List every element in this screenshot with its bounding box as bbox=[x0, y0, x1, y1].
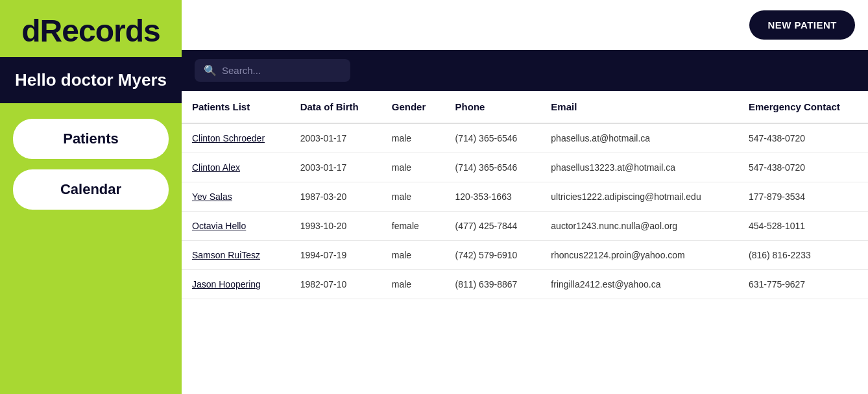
cell-dob: 1994-07-19 bbox=[290, 241, 381, 270]
cell-gender: male bbox=[381, 241, 445, 270]
table-row: Clinton Schroeder2003-01-17male(714) 365… bbox=[182, 123, 868, 153]
cell-email: phasellus13223.at@hotmail.ca bbox=[540, 153, 738, 182]
table-row: Yev Salas1987-03-20male120-353-1663ultri… bbox=[182, 182, 868, 212]
search-container: 🔍 bbox=[195, 59, 350, 82]
cell-email: auctor1243.nunc.nulla@aol.org bbox=[540, 212, 738, 241]
search-bar: 🔍 bbox=[182, 50, 868, 91]
cell-email: phasellus.at@hotmail.ca bbox=[540, 123, 738, 153]
table-row: Octavia Hello1993-10-20female(477) 425-7… bbox=[182, 212, 868, 241]
cell-email: fringilla2412.est@yahoo.ca bbox=[540, 270, 738, 299]
cell-name[interactable]: Clinton Schroeder bbox=[182, 123, 290, 153]
cell-name[interactable]: Jason Hoopering bbox=[182, 270, 290, 299]
col-header: Patients List bbox=[182, 91, 290, 123]
cell-emergency: 631-775-9627 bbox=[738, 270, 868, 299]
cell-dob: 1982-07-10 bbox=[290, 270, 381, 299]
cell-gender: male bbox=[381, 182, 445, 212]
table-header: Patients ListData of BirthGenderPhoneEma… bbox=[182, 91, 868, 123]
cell-email: ultricies1222.adipiscing@hotmail.edu bbox=[540, 182, 738, 212]
patient-name-link[interactable]: Clinton Alex bbox=[192, 162, 240, 173]
cell-gender: female bbox=[381, 212, 445, 241]
cell-phone: (477) 425-7844 bbox=[445, 212, 541, 241]
table-row: Clinton Alex2003-01-17male(714) 365-6546… bbox=[182, 153, 868, 182]
col-header: Email bbox=[540, 91, 738, 123]
sidebar-item-patients[interactable]: Patients bbox=[13, 119, 169, 159]
app-title: dRecords bbox=[13, 16, 169, 47]
col-header: Gender bbox=[381, 91, 445, 123]
patient-name-link[interactable]: Clinton Schroeder bbox=[192, 133, 265, 143]
col-header: Emergency Contact bbox=[738, 91, 868, 123]
patient-name-link[interactable]: Yev Salas bbox=[192, 191, 232, 202]
cell-dob: 2003-01-17 bbox=[290, 153, 381, 182]
cell-email: rhoncus22124.proin@yahoo.com bbox=[540, 241, 738, 270]
cell-phone: (714) 365-6546 bbox=[445, 123, 541, 153]
table-row: Samson RuiTesz1994-07-19male(742) 579-69… bbox=[182, 241, 868, 270]
cell-emergency: 547-438-0720 bbox=[738, 153, 868, 182]
search-icon: 🔍 bbox=[204, 64, 217, 77]
patients-table: Patients ListData of BirthGenderPhoneEma… bbox=[182, 91, 868, 299]
cell-name[interactable]: Octavia Hello bbox=[182, 212, 290, 241]
patient-name-link[interactable]: Samson RuiTesz bbox=[192, 250, 260, 260]
cell-gender: male bbox=[381, 153, 445, 182]
cell-phone: (742) 579-6910 bbox=[445, 241, 541, 270]
cell-name[interactable]: Clinton Alex bbox=[182, 153, 290, 182]
cell-gender: male bbox=[381, 270, 445, 299]
patient-name-link[interactable]: Jason Hoopering bbox=[192, 279, 261, 289]
sidebar-item-calendar[interactable]: Calendar bbox=[13, 169, 169, 210]
cell-phone: (811) 639-8867 bbox=[445, 270, 541, 299]
cell-dob: 2003-01-17 bbox=[290, 123, 381, 153]
cell-name[interactable]: Samson RuiTesz bbox=[182, 241, 290, 270]
cell-gender: male bbox=[381, 123, 445, 153]
cell-phone: 120-353-1663 bbox=[445, 182, 541, 212]
header-bar: NEW PATIENT bbox=[182, 0, 868, 50]
cell-phone: (714) 365-6546 bbox=[445, 153, 541, 182]
patient-name-link[interactable]: Octavia Hello bbox=[192, 221, 246, 231]
cell-name[interactable]: Yev Salas bbox=[182, 182, 290, 212]
col-header: Data of Birth bbox=[290, 91, 381, 123]
table-header-row: Patients ListData of BirthGenderPhoneEma… bbox=[182, 91, 868, 123]
new-patient-button[interactable]: NEW PATIENT bbox=[749, 10, 855, 40]
cell-emergency: 177-879-3534 bbox=[738, 182, 868, 212]
patients-table-area: Patients ListData of BirthGenderPhoneEma… bbox=[182, 91, 868, 394]
cell-dob: 1993-10-20 bbox=[290, 212, 381, 241]
cell-dob: 1987-03-20 bbox=[290, 182, 381, 212]
table-row: Jason Hoopering1982-07-10male(811) 639-8… bbox=[182, 270, 868, 299]
table-body: Clinton Schroeder2003-01-17male(714) 365… bbox=[182, 123, 868, 299]
main-content: NEW PATIENT 🔍 Patients ListData of Birth… bbox=[182, 0, 868, 394]
search-input[interactable] bbox=[222, 65, 341, 76]
content-area: 🔍 Patients ListData of BirthGenderPhoneE… bbox=[182, 50, 868, 394]
sidebar: dRecords Hello doctor Myers PatientsCale… bbox=[0, 0, 182, 394]
logo-area: dRecords bbox=[0, 0, 182, 57]
greeting-area: Hello doctor Myers bbox=[0, 57, 182, 103]
greeting-text: Hello doctor Myers bbox=[13, 70, 169, 90]
cell-emergency: (816) 816-2233 bbox=[738, 241, 868, 270]
nav-area: PatientsCalendar bbox=[0, 103, 182, 394]
cell-emergency: 454-528-1011 bbox=[738, 212, 868, 241]
cell-emergency: 547-438-0720 bbox=[738, 123, 868, 153]
col-header: Phone bbox=[445, 91, 541, 123]
